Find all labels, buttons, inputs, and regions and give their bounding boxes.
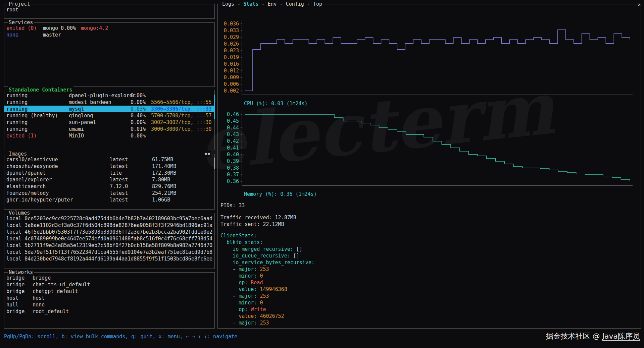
image-tag: 7.12.0: [110, 183, 152, 190]
volumes-rows: local 0ce5203ec9cc9225728c0add75d4b6b4e7…: [4, 213, 214, 269]
service-row[interactable]: exited (0)mongo0.00%mongo:4.2: [6, 25, 212, 32]
volume-row[interactable]: local 46f5d2bbb075303f7f73e5898b339036ff…: [6, 229, 212, 235]
stats-yaml-line: minor: 0: [220, 299, 639, 306]
stats-yaml-line: minor: 0: [220, 273, 639, 279]
svg-text:0.016: 0.016: [224, 61, 239, 67]
container-status: running: [6, 99, 69, 106]
container-row[interactable]: runningmodest_bardeen0.00%5566→5566/tcp,…: [6, 99, 212, 106]
volume-id: 3a6ae1102d3cf3a0c37f6d504c898de82876ea90…: [24, 222, 212, 228]
stats-panel: Logs - Stats - Env - Config - Top 0.0360…: [217, 4, 641, 329]
networks-rows: bridgebridgebridgechat-tts-ui_defaultbri…: [4, 273, 214, 328]
container-cpu: 0.40%: [131, 112, 151, 119]
volume-row[interactable]: local 5da79af51f5f13f76522347d1ca4555fed…: [6, 249, 212, 255]
stats-yaml-line: ClientStats:: [220, 232, 639, 239]
network-name: chat-tts-ui_default: [33, 281, 212, 288]
image-row[interactable]: dpanel/dpanellite172.30MB: [6, 170, 212, 176]
network-name: root_default: [33, 308, 212, 315]
container-row[interactable]: runningumami0.01%3000→3000/tcp, :::30: [6, 126, 212, 132]
network-driver: bridge: [6, 275, 33, 281]
container-name: modest_bardeen: [69, 99, 131, 106]
svg-text:0.006: 0.006: [224, 81, 239, 87]
service-status: exited (0): [6, 25, 43, 32]
svg-text:0.42: 0.42: [227, 138, 239, 144]
stats-yaml-line: - major: 253: [220, 293, 639, 299]
image-row[interactable]: cars10/elasticvuelatest61.75MB: [6, 156, 212, 163]
containers-rows: runningdpanel-plugin-explorer0.00%runnin…: [4, 90, 214, 150]
image-tag: latest: [110, 156, 152, 163]
volume-row[interactable]: local 3a6ae1102d3cf3a0c37f6d504c898de828…: [6, 222, 212, 229]
container-ports: 3306→3306/tcp, :::33: [151, 106, 212, 112]
network-row[interactable]: hosthost: [6, 295, 212, 301]
image-tag: latest: [110, 176, 152, 183]
container-row[interactable]: runningsun-panel0.00%3002→3002/tcp, :::3…: [6, 119, 212, 126]
container-status: running: [6, 119, 69, 126]
images-panel: Images ◆◆ cars10/elasticvuelatest61.75MB…: [4, 154, 215, 210]
svg-text:0.023: 0.023: [224, 48, 239, 54]
container-status: running: [6, 126, 69, 132]
container-row[interactable]: runningdpanel-plugin-explorer0.00%: [6, 92, 212, 99]
svg-text:0.46: 0.46: [227, 111, 239, 117]
container-cpu: 0.00%: [131, 92, 151, 99]
image-row[interactable]: dpanel/explorerlatest7.80MB: [6, 176, 212, 183]
network-row[interactable]: bridgechatgpt_default: [6, 288, 212, 295]
containers-scrollbar[interactable]: [214, 95, 215, 119]
container-ports: 5566→5566/tcp, :::55: [151, 99, 212, 106]
container-cpu: 0.00%: [131, 132, 151, 139]
container-ports: 5700→5700/tcp, :::57: [151, 112, 212, 119]
image-row[interactable]: ghcr.io/heyputer/puterlatest1.06GB: [6, 196, 212, 203]
volume-driver: local: [6, 229, 24, 235]
image-tag: lite: [110, 170, 152, 176]
network-row[interactable]: nullnone: [6, 301, 212, 308]
container-ports: 3002→3002/tcp, :::30: [151, 119, 212, 126]
image-name: dpanel/explorer: [6, 176, 110, 183]
container-row[interactable]: exited (1)MinIO0.00%: [6, 132, 212, 139]
service-image: [81, 32, 212, 38]
stats-yaml: ClientStats: blkio_stats: io_merged_recu…: [220, 232, 639, 326]
service-cpu: 0.00%: [61, 25, 81, 32]
footer-brand: 掘金技术社区 @: [546, 332, 602, 340]
image-row[interactable]: elasticsearch7.12.0829.76MB: [6, 183, 212, 190]
image-row[interactable]: chaoszhu/easynodelatest171.40MB: [6, 163, 212, 170]
close-icon[interactable]: ✕: [638, 2, 641, 7]
container-row[interactable]: runningmysql0.03%3306→3306/tcp, :::33: [4, 106, 214, 112]
network-driver: bridge: [6, 281, 33, 288]
network-name: host: [33, 295, 212, 301]
image-name: dpanel/dpanel: [6, 170, 110, 176]
svg-text:0.012: 0.012: [224, 68, 239, 74]
svg-text:0.41: 0.41: [227, 145, 239, 151]
container-cpu: 0.03%: [131, 106, 151, 112]
volume-id: 0ce5203ec9cc9225728c0add75d4b6b4e7b82b7a…: [24, 216, 212, 222]
container-row[interactable]: running (healthy)qinglong0.40%5700→5700/…: [6, 112, 212, 119]
container-ports: 3000→3000/tcp, :::30: [151, 126, 212, 132]
image-size: 7.80MB: [152, 176, 212, 183]
svg-text:0.37: 0.37: [227, 172, 239, 178]
image-tag: latest: [110, 196, 152, 203]
image-row[interactable]: foamzou/melodylatest254.21MB: [6, 190, 212, 196]
image-name: chaoszhu/easynode: [6, 163, 110, 170]
image-name: elasticsearch: [6, 183, 110, 190]
volume-row[interactable]: local 0ce5203ec9cc9225728c0add75d4b6b4e7…: [6, 215, 212, 222]
images-scrollbar[interactable]: [214, 158, 215, 169]
volume-row[interactable]: local 84d230bed7948cf8192a444fd6139a44aa…: [6, 255, 212, 262]
container-name: umami: [69, 126, 131, 132]
project-name[interactable]: root: [6, 6, 212, 13]
network-row[interactable]: bridgeroot_default: [6, 308, 212, 315]
network-row[interactable]: bridgebridge: [6, 275, 212, 281]
service-status: none: [6, 32, 43, 38]
image-size: 1.06GB: [152, 196, 212, 203]
volume-id: 5b2711f9e34a85a5e12319eb2c58bf0f27b0cb15…: [24, 242, 212, 248]
container-cpu: 0.01%: [131, 126, 151, 132]
memory-chart-title: Memory (%): 0.36 (1m24s): [244, 191, 639, 197]
service-row[interactable]: nonemaster: [6, 32, 212, 38]
volume-row[interactable]: local 5b2711f9e34a85a5e12319eb2c58bf0f27…: [6, 242, 212, 249]
volume-row[interactable]: local 4c07489099be0c4647ee574efd0a096148…: [6, 235, 212, 242]
services-panel: Services exited (0)mongo0.00%mongo:4.2no…: [4, 22, 215, 87]
image-size: 172.30MB: [152, 170, 212, 176]
image-size: 171.40MB: [152, 163, 212, 170]
service-cpu: [61, 32, 81, 38]
stats-yaml-line: io_service_bytes_recursive:: [220, 259, 639, 266]
footer-handle: Java陈序员: [602, 332, 640, 340]
volume-id: 84d230bed7948cf8192a444fd6139a44aa1d8855…: [24, 256, 212, 262]
volume-id: 5da79af51f5f13f76522347d1ca4555fed9104e7…: [24, 249, 212, 255]
network-row[interactable]: bridgechat-tts-ui_default: [6, 281, 212, 288]
